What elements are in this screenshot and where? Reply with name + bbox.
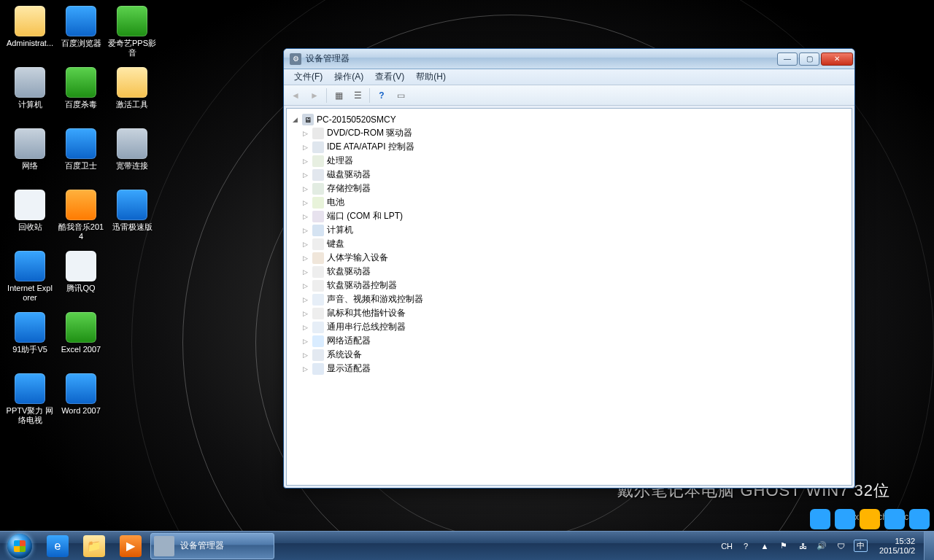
expand-icon[interactable]: ▷ bbox=[301, 281, 309, 289]
expand-icon[interactable]: ▷ bbox=[301, 212, 309, 220]
show-desktop-button[interactable] bbox=[924, 532, 934, 561]
node-ports[interactable]: ▷端口 (COM 和 LPT) bbox=[300, 209, 849, 223]
node-floppy-controller[interactable]: ▷软盘驱动器控制器 bbox=[300, 279, 849, 292]
tray-help-icon[interactable]: ? bbox=[740, 540, 752, 552]
node-cpu[interactable]: ▷处理器 bbox=[300, 154, 849, 168]
node-usb[interactable]: ▷通用串行总线控制器 bbox=[300, 320, 849, 334]
desktop-icon-computer[interactable]: 计算机 bbox=[4, 66, 55, 127]
tray-volume-icon[interactable]: 🔊 bbox=[816, 540, 827, 552]
properties-button[interactable]: ☰ bbox=[349, 88, 366, 104]
device-tree-pane[interactable]: ◢ 🖥 PC-20150520SMCY ▷DVD/CD-ROM 驱动器▷IDE … bbox=[286, 108, 852, 486]
node-label: 磁盘驱动器 bbox=[327, 168, 371, 181]
pinned-explorer[interactable]: 📁 bbox=[77, 532, 112, 560]
desktop-icon-thunder[interactable]: 迅雷极速版 bbox=[107, 188, 158, 249]
app-icon bbox=[66, 373, 96, 404]
desktop-icon-activation-tools[interactable]: 激活工具 bbox=[107, 66, 158, 127]
node-label: 端口 (COM 和 LPT) bbox=[327, 210, 403, 222]
node-system[interactable]: ▷系统设备 bbox=[300, 348, 849, 362]
expand-icon[interactable]: ▷ bbox=[301, 143, 309, 151]
expand-icon[interactable]: ▷ bbox=[301, 365, 309, 373]
collapse-icon[interactable]: ◢ bbox=[291, 116, 299, 124]
desktop-icon-recycle-bin[interactable]: 回收站 bbox=[4, 188, 55, 249]
expand-icon[interactable]: ▷ bbox=[301, 184, 309, 192]
menubar: 文件(F) 操作(A) 查看(V) 帮助(H) bbox=[284, 69, 854, 85]
node-computer[interactable]: ▷计算机 bbox=[300, 223, 849, 237]
desktop-icon-baidu-browser[interactable]: 百度浏览器 bbox=[55, 4, 107, 66]
node-display[interactable]: ▷显示适配器 bbox=[300, 362, 849, 376]
expand-icon[interactable]: ▷ bbox=[301, 295, 309, 303]
node-label: 计算机 bbox=[327, 224, 353, 236]
pinned-media-player[interactable]: ▶ bbox=[113, 532, 148, 560]
titlebar[interactable]: ⚙ 设备管理器 — ▢ ✕ bbox=[284, 49, 854, 69]
node-mouse[interactable]: ▷鼠标和其他指针设备 bbox=[300, 306, 849, 320]
window-title: 设备管理器 bbox=[306, 52, 350, 65]
expand-icon[interactable]: ▷ bbox=[301, 254, 309, 262]
pinned-ie[interactable]: e bbox=[40, 532, 75, 560]
expand-icon[interactable]: ▷ bbox=[301, 309, 309, 317]
expand-icon[interactable]: ▷ bbox=[301, 171, 309, 179]
scan-button[interactable]: ▭ bbox=[392, 88, 409, 104]
expand-icon[interactable]: ▷ bbox=[301, 240, 309, 248]
expand-icon[interactable]: ▷ bbox=[301, 129, 309, 137]
menu-file[interactable]: 文件(F) bbox=[288, 69, 328, 85]
desktop-icon-pptv[interactable]: PPTV聚力 网络电视 bbox=[4, 372, 55, 433]
node-label: 处理器 bbox=[327, 155, 353, 167]
tray-flag-icon[interactable]: ⚑ bbox=[778, 540, 790, 552]
desktop-icon-qq[interactable]: 腾讯QQ bbox=[55, 249, 107, 311]
tree-root[interactable]: ◢ 🖥 PC-20150520SMCY bbox=[290, 113, 849, 126]
node-sound[interactable]: ▷声音、视频和游戏控制器 bbox=[300, 292, 849, 306]
node-storage[interactable]: ▷存储控制器 bbox=[300, 182, 849, 195]
desktop-icon-baidu-guard[interactable]: 百度卫士 bbox=[55, 127, 107, 188]
close-button[interactable]: ✕ bbox=[821, 52, 853, 66]
expand-icon[interactable]: ▷ bbox=[301, 323, 309, 331]
taskbar-task-device-manager[interactable]: 设备管理器 bbox=[150, 533, 274, 559]
help-button[interactable]: ? bbox=[373, 88, 390, 104]
node-ide[interactable]: ▷IDE ATA/ATAPI 控制器 bbox=[300, 140, 849, 154]
forward-button[interactable]: ► bbox=[306, 88, 323, 104]
node-network[interactable]: ▷网络适配器 bbox=[300, 334, 849, 348]
desktop-icon-excel[interactable]: Excel 2007 bbox=[55, 311, 107, 372]
maximize-button[interactable]: ▢ bbox=[799, 52, 819, 66]
ime-indicator[interactable]: CH bbox=[721, 542, 733, 551]
desktop-icon-administrator[interactable]: Administrat... bbox=[4, 4, 55, 66]
menu-help[interactable]: 帮助(H) bbox=[410, 69, 452, 85]
app-icon bbox=[15, 251, 45, 281]
tray-clock[interactable]: 15:32 2015/10/2 bbox=[875, 537, 919, 556]
tray-shield-icon[interactable]: 🛡 bbox=[835, 540, 846, 552]
desktop-icon-kuwo[interactable]: 酷我音乐2014 bbox=[55, 188, 107, 249]
app-icon bbox=[66, 251, 96, 281]
device-category-icon bbox=[312, 322, 324, 333]
start-button[interactable] bbox=[0, 532, 39, 561]
minimize-button[interactable]: — bbox=[777, 52, 798, 66]
expand-icon[interactable]: ▷ bbox=[301, 351, 309, 359]
back-button[interactable]: ◄ bbox=[287, 88, 304, 104]
icon-label: Internet Explorer bbox=[6, 284, 54, 303]
expand-icon[interactable]: ▷ bbox=[301, 337, 309, 345]
menu-action[interactable]: 操作(A) bbox=[328, 69, 369, 85]
node-dvd[interactable]: ▷DVD/CD-ROM 驱动器 bbox=[300, 126, 849, 140]
expand-icon[interactable]: ▷ bbox=[301, 198, 309, 206]
desktop-icon-broadband[interactable]: 宽带连接 bbox=[107, 127, 158, 188]
menu-view[interactable]: 查看(V) bbox=[369, 69, 410, 85]
node-keyboard[interactable]: ▷键盘 bbox=[300, 237, 849, 251]
node-hid[interactable]: ▷人体学输入设备 bbox=[300, 251, 849, 265]
desktop-icon-91helper[interactable]: 91助手V5 bbox=[4, 311, 55, 372]
expand-icon[interactable]: ▷ bbox=[301, 157, 309, 165]
tray-network-icon[interactable]: 🖧 bbox=[797, 540, 808, 552]
device-category-icon bbox=[312, 225, 324, 236]
expand-icon[interactable]: ▷ bbox=[301, 226, 309, 234]
node-floppy[interactable]: ▷软盘驱动器 bbox=[300, 265, 849, 279]
show-hidden-button[interactable]: ▦ bbox=[330, 88, 347, 104]
desktop-icon-ie[interactable]: Internet Explorer bbox=[4, 249, 55, 311]
tray-arrow-icon[interactable]: ▲ bbox=[759, 540, 771, 552]
node-battery[interactable]: ▷电池 bbox=[300, 195, 849, 209]
desktop-icon-word[interactable]: Word 2007 bbox=[55, 372, 107, 433]
node-disk[interactable]: ▷磁盘驱动器 bbox=[300, 168, 849, 182]
expand-icon[interactable]: ▷ bbox=[301, 268, 309, 276]
app-icon bbox=[15, 67, 45, 98]
desktop-icon-iqiyi[interactable]: 爱奇艺PPS影音 bbox=[107, 4, 158, 66]
device-category-icon bbox=[312, 141, 324, 153]
desktop-icon-baidu-antivirus[interactable]: 百度杀毒 bbox=[55, 66, 107, 127]
ime-indicator-2[interactable]: 中 bbox=[854, 540, 868, 552]
desktop-icon-network[interactable]: 网络 bbox=[4, 127, 55, 188]
